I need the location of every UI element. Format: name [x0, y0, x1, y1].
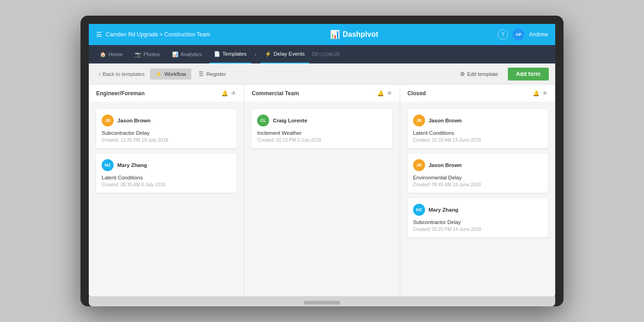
photos-icon: 📷 [135, 52, 141, 58]
avatar-mary-zhang-1: MZ [102, 159, 114, 171]
user-name: Andrew [529, 31, 548, 38]
bell-icon-col2[interactable]: 🔔 [377, 90, 384, 97]
card-title-3: Inclement Weather [257, 130, 386, 136]
nav-chevron: › [255, 52, 257, 57]
brand-icon: 📊 [330, 29, 340, 40]
card-username-5: Jason Brown [429, 162, 462, 168]
card-title-5: Environmental Delay [413, 175, 542, 180]
column-header-engineer-foreman: Engineer/Foreman 🔔 👁 [89, 85, 244, 103]
breadcrumb: Camden Rd Upgrade > Construction Team [106, 31, 210, 38]
delay-events-icon: ⚡ [265, 51, 271, 57]
edit-template-button[interactable]: ⚙ Edit template [455, 68, 503, 80]
nav-item-home[interactable]: 🏠 Home [95, 45, 127, 63]
add-form-label: Add form [516, 71, 540, 77]
card-3[interactable]: CL Craig Lorente Inclement Weather Creat… [252, 109, 392, 148]
kanban-board: Engineer/Foreman 🔔 👁 JB Jason Brown [89, 85, 555, 296]
column-title-engineer-foreman: Engineer/Foreman [96, 90, 144, 97]
column-title-closed: Closed [408, 90, 426, 97]
column-title-commercial-team: Commercial Team [252, 90, 299, 97]
card-title-4: Latent Conditions [413, 130, 542, 136]
card-title-6: Subcontractor Delay [413, 219, 542, 225]
card-title-2: Latent Conditions [102, 175, 231, 180]
laptop-wrapper: ☰ Camden Rd Upgrade > Construction Team … [80, 16, 564, 306]
home-icon: 🏠 [100, 52, 106, 58]
column-header-closed: Closed 🔔 👁 [400, 85, 555, 103]
card-username-6: Mary Zhang [429, 207, 459, 213]
card-4[interactable]: JB Jason Brown Latent Conditions Created… [408, 109, 548, 148]
card-date-1: Created: 12:20 PM 19-July-2018 [102, 138, 231, 143]
card-username-4: Jason Brown [429, 118, 462, 123]
bell-icon-col3[interactable]: 🔔 [533, 90, 540, 97]
laptop-screen: ☰ Camden Rd Upgrade > Construction Team … [89, 24, 555, 296]
avatar-craig-lorente: CL [257, 115, 269, 126]
card-5[interactable]: JB Jason Brown Environmental Delay Creat… [408, 154, 548, 193]
card-date-3: Created: 02:10 PM 2-July-2018 [257, 138, 386, 143]
card-2[interactable]: MZ Mary Zhang Latent Conditions Created:… [96, 154, 236, 193]
nav-item-analytics[interactable]: 📊 Analytics [167, 45, 207, 63]
card-username-3: Craig Lorente [273, 118, 307, 123]
avatar-jason-brown-3: JB [413, 159, 425, 171]
nav-label-templates: Templates [223, 51, 247, 57]
workflow-label: Workflow [164, 71, 186, 77]
register-label: Register [206, 71, 226, 77]
nav-item-photos[interactable]: 📷 Photos [130, 45, 165, 63]
analytics-icon: 📊 [172, 52, 178, 58]
avatar-jason-brown-1: JB [102, 115, 114, 126]
back-arrow-icon: ‹ [99, 71, 101, 77]
gear-icon: ⚙ [460, 71, 465, 77]
eye-icon-col3[interactable]: 👁 [542, 90, 548, 97]
help-label: ? [501, 32, 504, 37]
card-title-1: Subcontractor Delay [102, 130, 231, 136]
avatar-mary-zhang-2: MZ [413, 204, 425, 216]
card-1[interactable]: JB Jason Brown Subcontractor Delay Creat… [96, 109, 236, 148]
edit-template-label: Edit template [467, 71, 498, 77]
column-engineer-foreman: Engineer/Foreman 🔔 👁 JB Jason Brown [89, 85, 244, 296]
nav-label-delay-events: Delay Events [274, 51, 305, 57]
back-to-templates-button[interactable]: ‹ Back to templates [95, 69, 148, 79]
card-date-2: Created: 08:35 AM 8-July-2018 [102, 182, 231, 187]
nav-code: DP-COM-05 [312, 52, 340, 57]
workflow-tab[interactable]: ⚡ Workflow [150, 69, 191, 80]
nav-bar: 🏠 Home 📷 Photos 📊 Analytics 📄 Templates … [89, 45, 555, 63]
card-username-1: Jason Brown [117, 118, 150, 123]
card-date-5: Created: 09:45 AM 18-June-2018 [413, 182, 542, 187]
nav-label-photos: Photos [144, 52, 160, 57]
workflow-icon: ⚡ [155, 71, 162, 77]
hamburger-icon[interactable]: ☰ [96, 31, 102, 38]
column-header-commercial-team: Commercial Team 🔔 👁 [244, 85, 399, 103]
top-bar: ☰ Camden Rd Upgrade > Construction Team … [89, 24, 555, 45]
card-username-2: Mary Zhang [117, 162, 147, 168]
eye-icon-col2[interactable]: 👁 [387, 90, 392, 97]
nav-label-home: Home [109, 52, 123, 57]
card-6[interactable]: MZ Mary Zhang Subcontractor Delay Create… [408, 198, 548, 237]
user-avatar: AP [512, 29, 524, 40]
back-label: Back to templates [103, 71, 144, 77]
templates-icon: 📄 [214, 51, 220, 57]
eye-icon-col1[interactable]: 👁 [231, 90, 236, 97]
column-closed: Closed 🔔 👁 JB Jason Brown [400, 85, 555, 296]
nav-item-delay-events[interactable]: ⚡ Delay Events [260, 45, 310, 63]
register-tab[interactable]: ☰ Register [193, 69, 231, 80]
toolbar: ‹ Back to templates ⚡ Workflow ☰ Registe… [89, 63, 555, 85]
nav-label-analytics: Analytics [181, 52, 202, 57]
help-button[interactable]: ? [498, 29, 508, 40]
avatar-jason-brown-2: JB [413, 115, 425, 126]
card-date-6: Created: 05:25 PM 14-June-2018 [413, 227, 542, 232]
column-commercial-team: Commercial Team 🔔 👁 CL Craig Lorente [244, 85, 400, 296]
card-date-4: Created: 10:20 AM 23-June-2018 [413, 138, 542, 143]
add-form-button[interactable]: Add form [508, 68, 549, 80]
nav-item-templates[interactable]: 📄 Templates [209, 45, 251, 63]
register-icon: ☰ [199, 71, 204, 77]
bell-icon-col1[interactable]: 🔔 [221, 90, 228, 97]
brand-name: Dashplvot [343, 30, 378, 39]
